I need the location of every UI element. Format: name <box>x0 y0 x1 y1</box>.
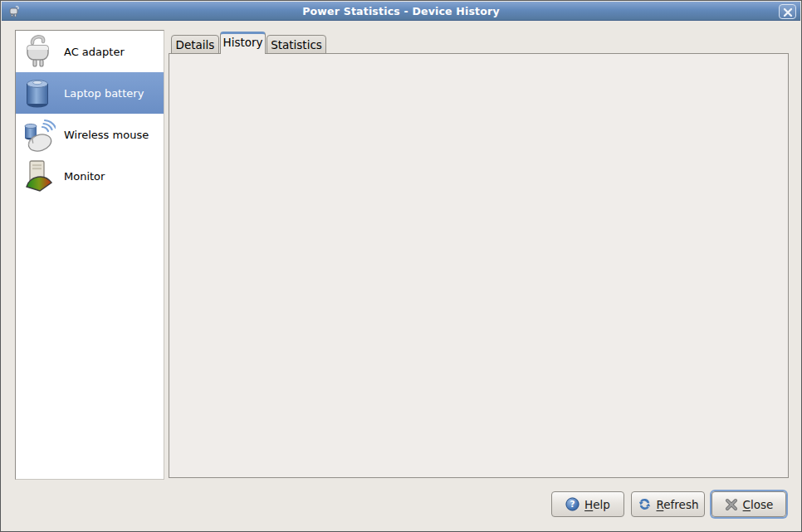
device-item-label: Wireless mouse <box>64 129 149 141</box>
window-close-button[interactable] <box>779 4 796 19</box>
monitor-icon <box>21 158 56 194</box>
button-label: Refresh <box>657 498 699 511</box>
help-icon: ? <box>565 497 579 511</box>
device-item-label: AC adapter <box>64 46 125 58</box>
wireless-mouse-icon <box>21 116 56 153</box>
button-label: Help <box>584 498 610 511</box>
close-icon <box>725 498 738 511</box>
laptop-battery-icon <box>21 75 56 111</box>
window-title: Power Statistics - Device History <box>2 5 800 17</box>
device-item-label: Laptop battery <box>64 87 144 100</box>
tab-details[interactable]: Details <box>171 35 219 54</box>
titlebar[interactable]: Power Statistics - Device History <box>2 2 800 21</box>
ac-adapter-icon <box>21 33 56 70</box>
device-item-wireless-mouse[interactable]: Wireless mouse <box>16 114 164 155</box>
help-button[interactable]: ? Help <box>551 491 624 517</box>
button-label: Close <box>743 498 774 511</box>
device-list: AC adapter Laptop battery Wireless mouse… <box>15 30 164 480</box>
refresh-icon <box>638 497 652 511</box>
tab-statistics[interactable]: Statistics <box>267 35 326 54</box>
power-statistics-window: Power Statistics - Device History AC ada… <box>0 0 802 532</box>
tab-history[interactable]: History <box>220 32 266 54</box>
svg-text:?: ? <box>570 499 575 509</box>
refresh-button[interactable]: Refresh <box>631 491 705 517</box>
device-item-label: Monitor <box>64 170 105 183</box>
device-item-laptop-battery[interactable]: Laptop battery <box>16 72 164 114</box>
window-close-icon <box>783 7 793 17</box>
close-button[interactable]: Close <box>712 491 786 517</box>
device-item-ac-adapter[interactable]: AC adapter <box>16 31 164 72</box>
history-tab-page <box>169 53 789 478</box>
device-item-monitor[interactable]: Monitor <box>16 155 164 197</box>
